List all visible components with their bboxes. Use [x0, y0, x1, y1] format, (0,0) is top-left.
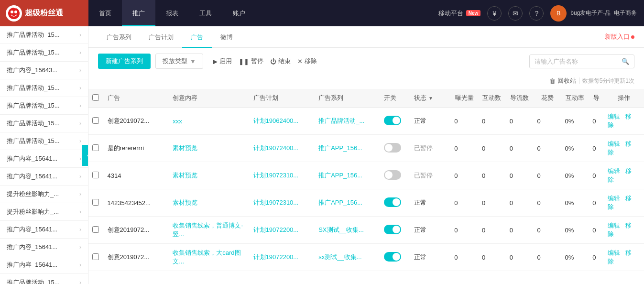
creative-link[interactable]: 素材预览: [173, 172, 197, 179]
mobile-platform[interactable]: 移动平台 New: [438, 9, 481, 18]
sidebar-item[interactable]: 推广内容_15641... ›: [0, 239, 88, 256]
toggle-switch[interactable]: [384, 143, 401, 153]
arrow-icon: ›: [79, 102, 81, 109]
td-actions: 编辑 移除: [604, 189, 644, 217]
sidebar-item[interactable]: 提升粉丝影响力_... ›: [0, 186, 88, 203]
toggle-switch[interactable]: [384, 197, 401, 207]
sidebar-item[interactable]: 推广内容_15643... ›: [0, 62, 88, 79]
td-interaction-rate: 0%: [561, 108, 589, 135]
tab-campaign-series[interactable]: 广告系列: [98, 26, 140, 47]
td-traffic: 0: [506, 108, 534, 135]
sidebar-item[interactable]: 推广品牌活动_15... ›: [0, 44, 88, 62]
sidebar-item[interactable]: 推广内容_15641... ›: [0, 150, 88, 168]
user-area[interactable]: B bug发电子产-品_电子商务: [550, 5, 637, 22]
row-checkbox[interactable]: [92, 226, 99, 233]
update-info: 数据每5分钟更新1次: [582, 77, 634, 85]
select-all-checkbox[interactable]: [92, 94, 99, 101]
nav-item-account[interactable]: 账户: [222, 0, 256, 26]
td-creative: 收集销售线索，大card图文...: [169, 244, 249, 271]
sidebar-item[interactable]: 推广品牌活动_15... ›: [0, 26, 88, 44]
status-header[interactable]: 状态 ▼: [414, 94, 447, 102]
toggle-switch[interactable]: [384, 225, 401, 234]
arrow-icon: ›: [79, 138, 81, 144]
edit-btn[interactable]: 编辑: [608, 195, 620, 202]
row-checkbox[interactable]: [92, 172, 99, 178]
message-icon-btn[interactable]: ✉: [508, 6, 523, 21]
creative-link[interactable]: 素材预览: [173, 199, 197, 206]
sidebar-item[interactable]: 推广品牌活动_15... ›: [0, 97, 88, 115]
creative-link[interactable]: 收集销售线索，大card图文...: [173, 249, 240, 265]
sidebar-item[interactable]: 推广品牌活动_15... ›: [0, 132, 88, 150]
td-impressions: 0: [450, 162, 478, 189]
tab-weibo[interactable]: 微博: [212, 26, 241, 47]
toggle-knob: [385, 144, 393, 152]
td-toggle: [380, 244, 410, 271]
nav-item-tools[interactable]: 工具: [189, 0, 222, 26]
edit-btn[interactable]: 编辑: [608, 249, 620, 256]
table-row: 是的rerererrri 素材预览 计划19072400... 推广APP_15…: [88, 135, 644, 162]
td-interaction-rate: 0%: [561, 217, 589, 244]
sidebar-item[interactable]: 推广内容_15641... ›: [0, 256, 88, 274]
toggle-knob: [393, 117, 400, 124]
currency-icon-btn[interactable]: ¥: [487, 6, 502, 21]
row-checkbox[interactable]: [92, 117, 99, 124]
row-checkbox[interactable]: [92, 199, 99, 206]
toggle-switch[interactable]: [384, 252, 401, 262]
sidebar-collapse-btn[interactable]: ‹: [82, 145, 88, 166]
remove-btn[interactable]: ✕ 移除: [297, 57, 317, 66]
recycle-btn[interactable]: 🗑 回收站: [549, 76, 576, 85]
tab-campaign-plan[interactable]: 广告计划: [140, 26, 182, 47]
creative-link[interactable]: 素材预览: [173, 144, 197, 152]
new-entry-btn[interactable]: 新版入口: [605, 33, 634, 41]
arrow-icon: ›: [79, 208, 81, 215]
td-interactions: 0: [478, 108, 506, 135]
td-impressions: 0: [450, 135, 478, 162]
action-btns: ▶ 启用 ❚❚ 暂停 ⏻ 结束 ✕ 移除: [213, 57, 317, 66]
edit-btn[interactable]: 编辑: [608, 167, 620, 175]
td-actions: 编辑 移除: [604, 108, 644, 135]
arrow-icon: ›: [79, 244, 81, 251]
th-toggle: 开关: [380, 89, 410, 108]
nav-item-promote[interactable]: 推广: [122, 0, 155, 26]
help-icon-btn[interactable]: ?: [529, 6, 544, 21]
delivery-type-btn[interactable]: 投放类型 ▼: [155, 54, 203, 69]
logo[interactable]: 超级粉丝通: [0, 0, 88, 26]
arrow-icon: ›: [79, 120, 81, 127]
sidebar-item[interactable]: 推广内容_15641... ›: [0, 221, 88, 239]
th-cost: 花费: [534, 89, 561, 108]
nav-item-report[interactable]: 报表: [155, 0, 189, 26]
row-checkbox[interactable]: [92, 253, 99, 260]
creative-link[interactable]: xxx: [173, 118, 182, 125]
td-status: 正常: [410, 108, 450, 135]
creative-link[interactable]: 收集销售线索，普通博文-竖...: [173, 222, 243, 238]
sidebar-item[interactable]: 推广内容_15641... ›: [0, 168, 88, 186]
td-status: 正常: [410, 189, 450, 217]
new-campaign-btn[interactable]: 新建广告系列: [98, 54, 151, 69]
toggle-switch[interactable]: [384, 170, 401, 180]
search-icon[interactable]: 🔍: [622, 58, 629, 65]
td-toggle: [380, 217, 410, 244]
edit-btn[interactable]: 编辑: [608, 113, 620, 120]
close-icon: ✕: [297, 58, 303, 65]
pause-btn[interactable]: ❚❚ 暂停: [239, 57, 263, 66]
nav-item-home[interactable]: 首页: [88, 0, 122, 26]
edit-btn[interactable]: 编辑: [608, 140, 620, 147]
toggle-switch[interactable]: [384, 116, 401, 125]
search-input[interactable]: [535, 58, 622, 65]
end-btn[interactable]: ⏻ 结束: [270, 57, 291, 66]
enable-btn[interactable]: ▶ 启用: [213, 57, 232, 66]
sidebar-item[interactable]: 提升粉丝影响力_... ›: [0, 203, 88, 221]
td-interactions: 0: [478, 189, 506, 217]
td-interactions: 0: [478, 244, 506, 271]
sidebar-item[interactable]: 推广品牌活动_15... ›: [0, 115, 88, 132]
edit-btn[interactable]: 编辑: [608, 222, 620, 229]
tab-ad[interactable]: 广告: [182, 26, 212, 47]
row-checkbox[interactable]: [92, 144, 99, 151]
td-ad: 创意2019072...: [104, 244, 169, 271]
sidebar-item[interactable]: 推广品牌活动_15... ›: [0, 79, 88, 97]
td-guide: 0: [589, 135, 604, 162]
table-row: 创意2019072... 收集销售线索，普通博文-竖... 计划19072200…: [88, 217, 644, 244]
td-traffic: 0: [506, 189, 534, 217]
td-ad: 创意2019072...: [104, 108, 169, 135]
sidebar-item[interactable]: 推广品牌活动_15... ›: [0, 274, 88, 284]
